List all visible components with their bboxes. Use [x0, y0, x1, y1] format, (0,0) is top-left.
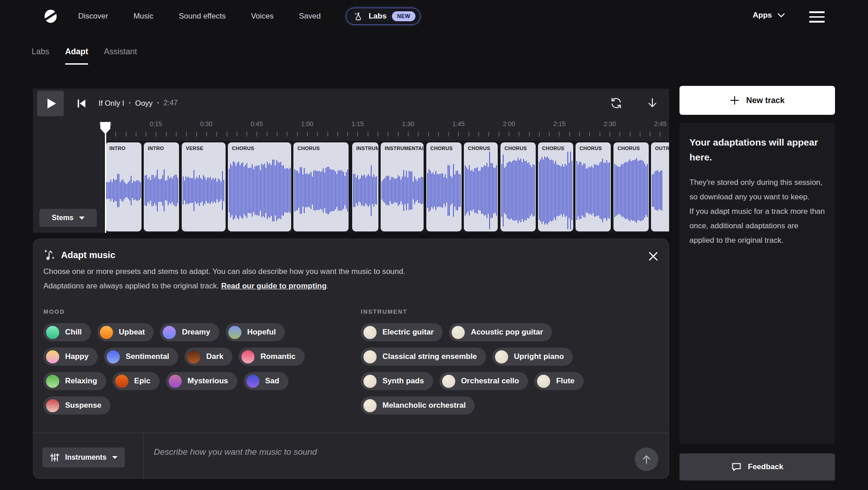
mood-chip-mysterious[interactable]: Mysterious [166, 372, 237, 390]
waveform [426, 142, 462, 231]
chip-color-swatch [363, 375, 377, 388]
close-icon[interactable] [647, 250, 660, 263]
time-label-2-15: 2:15 [553, 120, 566, 127]
adaptations-empty-state: Your adaptations will appear here. They'… [679, 123, 835, 444]
chip-color-swatch [537, 375, 550, 388]
segment-chorus-7[interactable]: CHORUS [426, 142, 462, 231]
track-duration: 2:47 [164, 99, 178, 107]
segment-label: OUTRO [655, 146, 669, 151]
labs-nav-button[interactable]: LabsNEW [346, 8, 420, 25]
chip-label: Mysterious [188, 377, 228, 386]
instrument-chip-electric-guitar[interactable]: Electric guitar [361, 323, 443, 341]
submit-prompt-button[interactable] [635, 448, 658, 471]
instrument-chip-flute[interactable]: Flute [534, 372, 584, 390]
nav-item-voices[interactable]: Voices [251, 12, 274, 21]
apps-menu[interactable]: Apps [753, 11, 785, 20]
nav-items: DiscoverMusicSound effectsVoicesSavedLab… [78, 0, 420, 33]
mood-section-label: MOOD [43, 308, 65, 315]
instrument-chip-orchestral-cello[interactable]: Orchestral cello [439, 372, 528, 390]
segment-instrumental-5[interactable]: INSTRUMENTAL [352, 142, 378, 231]
new-track-label: New track [746, 96, 784, 105]
time-label-1-30: 1:30 [402, 120, 414, 127]
segment-chorus-11[interactable]: CHORUS [576, 142, 611, 231]
instrument-chip-row: Electric guitarAcoustic pop guitar [361, 323, 584, 341]
mood-chip-sentimental[interactable]: Sentimental [104, 348, 178, 366]
nav-item-music[interactable]: Music [133, 12, 153, 21]
instrument-chip-synth-pads[interactable]: Synth pads [361, 372, 433, 390]
mood-chip-hopeful[interactable]: Hopeful [226, 323, 285, 341]
chip-label: Synth pads [382, 377, 424, 386]
tab-assistant[interactable]: Assistant [104, 47, 137, 65]
feedback-button[interactable]: Feedback [679, 453, 835, 481]
mood-chip-suspense[interactable]: Suspense [43, 396, 110, 415]
player-section: INTROINTROVERSECHORUSCHORUSINSTRUMENTALI… [33, 89, 669, 233]
segment-label: CHORUS [618, 146, 640, 151]
mood-chip-row: ChillUpbeatDreamyHopeful [43, 323, 305, 341]
instrument-chip-upright-piano[interactable]: Upright piano [492, 348, 573, 366]
mood-chips: ChillUpbeatDreamyHopefulHappySentimental… [43, 323, 305, 415]
nav-item-saved[interactable]: Saved [299, 12, 321, 21]
mood-chip-sad[interactable]: Sad [244, 372, 288, 390]
segment-label: CHORUS [542, 146, 564, 151]
skip-back-button[interactable] [76, 98, 87, 109]
chip-color-swatch [169, 375, 182, 388]
segment-label: CHORUS [468, 146, 490, 151]
instrument-chip-acoustic-pop-guitar[interactable]: Acoustic pop guitar [449, 323, 552, 341]
mood-chip-epic[interactable]: Epic [113, 372, 160, 390]
mood-chip-dreamy[interactable]: Dreamy [160, 323, 219, 341]
chip-label: Romantic [260, 352, 295, 361]
epidemic-sound-logo-icon[interactable] [43, 9, 58, 24]
adaptations-body-2: If you adapt music for a track more than… [689, 204, 825, 248]
segment-chorus-4[interactable]: CHORUS [293, 142, 349, 231]
segment-chorus-10[interactable]: CHORUS [538, 142, 573, 231]
mood-chip-relaxing[interactable]: Relaxing [43, 372, 106, 390]
chip-label: Chill [65, 328, 82, 337]
segment-outro-13[interactable]: OUTRO [651, 142, 669, 231]
chip-color-swatch [100, 326, 113, 339]
new-track-button[interactable]: New track [679, 86, 835, 115]
tab-labs[interactable]: Labs [32, 47, 49, 65]
segment-intro-0[interactable]: INTRO [105, 142, 142, 231]
subnav-tabs: LabsAdaptAssistant [32, 47, 137, 65]
loop-button[interactable] [610, 97, 623, 109]
mood-chip-dark[interactable]: Dark [184, 348, 232, 366]
instruments-dropdown[interactable]: Instruments [42, 448, 125, 467]
chip-color-swatch [363, 350, 377, 363]
stems-dropdown[interactable]: Stems [39, 209, 97, 227]
mood-chip-upbeat[interactable]: Upbeat [97, 323, 154, 341]
segment-intro-1[interactable]: INTRO [144, 142, 179, 231]
segment-chorus-8[interactable]: CHORUS [464, 142, 498, 231]
chip-color-swatch [246, 375, 259, 388]
segment-chorus-9[interactable]: CHORUS [500, 142, 536, 231]
nav-item-discover[interactable]: Discover [78, 12, 108, 21]
hamburger-menu-icon[interactable] [809, 11, 825, 23]
segment-instrumental-6[interactable]: INSTRUMENTAL [381, 142, 424, 231]
stems-label: Stems [52, 214, 73, 222]
prompting-guide-link[interactable]: Read our guide to prompting [221, 282, 326, 290]
mood-chip-chill[interactable]: Chill [43, 323, 91, 341]
mood-chip-happy[interactable]: Happy [43, 348, 98, 366]
labs-label: Labs [368, 12, 387, 21]
segment-label: INSTRUMENTAL [356, 146, 378, 151]
tab-adapt[interactable]: Adapt [65, 47, 88, 65]
segment-label: CHORUS [232, 146, 254, 151]
play-button[interactable] [37, 91, 64, 116]
adapt-panel-title: Adapt music [61, 250, 115, 260]
segment-chorus-12[interactable]: CHORUS [613, 142, 649, 231]
chip-label: Acoustic pop guitar [471, 328, 543, 337]
instrument-section-label: INSTRUMENT [361, 308, 407, 315]
segment-verse-2[interactable]: VERSE [182, 142, 226, 231]
segment-chorus-3[interactable]: CHORUS [228, 142, 291, 231]
instrument-chip-melancholic-orchestral[interactable]: Melancholic orchestral [361, 396, 475, 415]
prompt-input[interactable] [154, 443, 624, 461]
chip-color-swatch [187, 350, 200, 363]
mood-chip-romantic[interactable]: Romantic [239, 348, 304, 366]
chip-color-swatch [115, 375, 128, 388]
caret-down-icon [79, 217, 85, 220]
top-nav: DiscoverMusicSound effectsVoicesSavedLab… [0, 0, 868, 33]
instrument-chip-classical-string-ensemble[interactable]: Classical string ensemble [361, 348, 486, 366]
chip-label: Happy [65, 352, 89, 361]
download-button[interactable] [646, 97, 659, 109]
nav-item-sound-effects[interactable]: Sound effects [179, 12, 226, 21]
chip-label: Melancholic orchestral [382, 401, 466, 410]
